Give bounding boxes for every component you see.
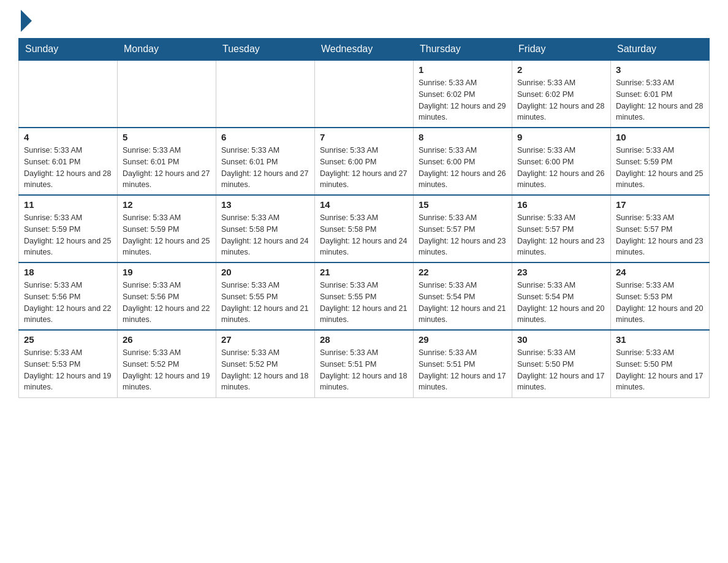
calendar-table: SundayMondayTuesdayWednesdayThursdayFrid… bbox=[18, 38, 710, 398]
calendar-day: 28Sunrise: 5:33 AM Sunset: 5:51 PM Dayli… bbox=[315, 330, 414, 397]
day-number: 26 bbox=[123, 334, 211, 345]
calendar-header-sunday: Sunday bbox=[19, 39, 118, 61]
day-info: Sunrise: 5:33 AM Sunset: 5:56 PM Dayligh… bbox=[123, 280, 211, 326]
day-number: 12 bbox=[123, 199, 211, 210]
calendar-day: 1Sunrise: 5:33 AM Sunset: 6:02 PM Daylig… bbox=[414, 60, 512, 128]
day-info: Sunrise: 5:33 AM Sunset: 5:54 PM Dayligh… bbox=[419, 280, 507, 326]
calendar-header-saturday: Saturday bbox=[611, 39, 710, 61]
calendar-day bbox=[19, 60, 118, 128]
calendar-day: 29Sunrise: 5:33 AM Sunset: 5:51 PM Dayli… bbox=[414, 330, 512, 397]
calendar-day: 6Sunrise: 5:33 AM Sunset: 6:01 PM Daylig… bbox=[216, 128, 315, 195]
day-info: Sunrise: 5:33 AM Sunset: 6:01 PM Dayligh… bbox=[24, 145, 112, 191]
day-info: Sunrise: 5:33 AM Sunset: 5:57 PM Dayligh… bbox=[616, 212, 704, 258]
day-number: 23 bbox=[517, 267, 605, 277]
day-number: 11 bbox=[24, 199, 112, 210]
calendar-week-2: 4Sunrise: 5:33 AM Sunset: 6:01 PM Daylig… bbox=[19, 128, 710, 195]
day-info: Sunrise: 5:33 AM Sunset: 5:55 PM Dayligh… bbox=[320, 280, 408, 326]
calendar-day: 3Sunrise: 5:33 AM Sunset: 6:01 PM Daylig… bbox=[611, 60, 710, 128]
calendar-day bbox=[315, 60, 414, 128]
calendar-day: 13Sunrise: 5:33 AM Sunset: 5:58 PM Dayli… bbox=[216, 195, 315, 262]
calendar-day: 16Sunrise: 5:33 AM Sunset: 5:57 PM Dayli… bbox=[512, 195, 611, 262]
day-number: 1 bbox=[419, 64, 507, 75]
calendar-day: 30Sunrise: 5:33 AM Sunset: 5:50 PM Dayli… bbox=[512, 330, 611, 397]
calendar-week-1: 1Sunrise: 5:33 AM Sunset: 6:02 PM Daylig… bbox=[19, 60, 710, 128]
logo-triangle-icon bbox=[21, 10, 32, 32]
day-info: Sunrise: 5:33 AM Sunset: 6:01 PM Dayligh… bbox=[221, 145, 309, 191]
day-number: 9 bbox=[517, 132, 605, 142]
day-number: 20 bbox=[221, 267, 309, 277]
calendar-day: 15Sunrise: 5:33 AM Sunset: 5:57 PM Dayli… bbox=[414, 195, 512, 262]
calendar-day: 31Sunrise: 5:33 AM Sunset: 5:50 PM Dayli… bbox=[611, 330, 710, 397]
day-info: Sunrise: 5:33 AM Sunset: 5:55 PM Dayligh… bbox=[221, 280, 309, 326]
calendar-day: 2Sunrise: 5:33 AM Sunset: 6:02 PM Daylig… bbox=[512, 60, 611, 128]
day-number: 31 bbox=[616, 334, 704, 345]
day-info: Sunrise: 5:33 AM Sunset: 5:50 PM Dayligh… bbox=[616, 347, 704, 393]
calendar-day: 4Sunrise: 5:33 AM Sunset: 6:01 PM Daylig… bbox=[19, 128, 118, 195]
calendar-day: 22Sunrise: 5:33 AM Sunset: 5:54 PM Dayli… bbox=[414, 262, 512, 330]
day-info: Sunrise: 5:33 AM Sunset: 5:57 PM Dayligh… bbox=[517, 212, 605, 258]
day-info: Sunrise: 5:33 AM Sunset: 5:51 PM Dayligh… bbox=[419, 347, 507, 393]
day-number: 8 bbox=[419, 132, 507, 142]
calendar-header-thursday: Thursday bbox=[414, 39, 512, 61]
calendar-week-5: 25Sunrise: 5:33 AM Sunset: 5:53 PM Dayli… bbox=[19, 330, 710, 397]
day-info: Sunrise: 5:33 AM Sunset: 5:58 PM Dayligh… bbox=[320, 212, 408, 258]
calendar-day: 25Sunrise: 5:33 AM Sunset: 5:53 PM Dayli… bbox=[19, 330, 118, 397]
day-number: 22 bbox=[419, 267, 507, 277]
calendar-header-row: SundayMondayTuesdayWednesdayThursdayFrid… bbox=[19, 39, 710, 61]
day-info: Sunrise: 5:33 AM Sunset: 5:52 PM Dayligh… bbox=[123, 347, 211, 393]
day-number: 19 bbox=[123, 267, 211, 277]
day-number: 3 bbox=[616, 64, 704, 75]
page-header bbox=[18, 12, 710, 32]
day-number: 5 bbox=[123, 132, 211, 142]
day-info: Sunrise: 5:33 AM Sunset: 6:02 PM Dayligh… bbox=[419, 77, 507, 123]
day-info: Sunrise: 5:33 AM Sunset: 5:53 PM Dayligh… bbox=[616, 280, 704, 326]
day-number: 18 bbox=[24, 267, 112, 277]
day-info: Sunrise: 5:33 AM Sunset: 5:53 PM Dayligh… bbox=[24, 347, 112, 393]
logo bbox=[18, 12, 32, 32]
calendar-day: 17Sunrise: 5:33 AM Sunset: 5:57 PM Dayli… bbox=[611, 195, 710, 262]
calendar-day: 18Sunrise: 5:33 AM Sunset: 5:56 PM Dayli… bbox=[19, 262, 118, 330]
day-number: 4 bbox=[24, 132, 112, 142]
calendar-day bbox=[118, 60, 216, 128]
calendar-week-3: 11Sunrise: 5:33 AM Sunset: 5:59 PM Dayli… bbox=[19, 195, 710, 262]
day-number: 27 bbox=[221, 334, 309, 345]
day-info: Sunrise: 5:33 AM Sunset: 6:01 PM Dayligh… bbox=[123, 145, 211, 191]
calendar-day: 11Sunrise: 5:33 AM Sunset: 5:59 PM Dayli… bbox=[19, 195, 118, 262]
day-number: 17 bbox=[616, 199, 704, 210]
day-number: 6 bbox=[221, 132, 309, 142]
calendar-header-tuesday: Tuesday bbox=[216, 39, 315, 61]
calendar-day: 26Sunrise: 5:33 AM Sunset: 5:52 PM Dayli… bbox=[118, 330, 216, 397]
day-number: 29 bbox=[419, 334, 507, 345]
day-number: 15 bbox=[419, 199, 507, 210]
day-info: Sunrise: 5:33 AM Sunset: 5:52 PM Dayligh… bbox=[221, 347, 309, 393]
day-info: Sunrise: 5:33 AM Sunset: 5:58 PM Dayligh… bbox=[221, 212, 309, 258]
calendar-day: 24Sunrise: 5:33 AM Sunset: 5:53 PM Dayli… bbox=[611, 262, 710, 330]
day-number: 21 bbox=[320, 267, 408, 277]
day-number: 10 bbox=[616, 132, 704, 142]
calendar-day: 14Sunrise: 5:33 AM Sunset: 5:58 PM Dayli… bbox=[315, 195, 414, 262]
day-number: 28 bbox=[320, 334, 408, 345]
day-info: Sunrise: 5:33 AM Sunset: 5:59 PM Dayligh… bbox=[616, 145, 704, 191]
calendar-week-4: 18Sunrise: 5:33 AM Sunset: 5:56 PM Dayli… bbox=[19, 262, 710, 330]
day-info: Sunrise: 5:33 AM Sunset: 5:59 PM Dayligh… bbox=[24, 212, 112, 258]
calendar-day: 23Sunrise: 5:33 AM Sunset: 5:54 PM Dayli… bbox=[512, 262, 611, 330]
calendar-day: 21Sunrise: 5:33 AM Sunset: 5:55 PM Dayli… bbox=[315, 262, 414, 330]
calendar-header-wednesday: Wednesday bbox=[315, 39, 414, 61]
calendar-day: 9Sunrise: 5:33 AM Sunset: 6:00 PM Daylig… bbox=[512, 128, 611, 195]
day-number: 24 bbox=[616, 267, 704, 277]
day-info: Sunrise: 5:33 AM Sunset: 6:01 PM Dayligh… bbox=[616, 77, 704, 123]
day-info: Sunrise: 5:33 AM Sunset: 6:00 PM Dayligh… bbox=[419, 145, 507, 191]
calendar-day bbox=[216, 60, 315, 128]
calendar-day: 10Sunrise: 5:33 AM Sunset: 5:59 PM Dayli… bbox=[611, 128, 710, 195]
day-info: Sunrise: 5:33 AM Sunset: 5:56 PM Dayligh… bbox=[24, 280, 112, 326]
calendar-header-monday: Monday bbox=[118, 39, 216, 61]
day-info: Sunrise: 5:33 AM Sunset: 5:51 PM Dayligh… bbox=[320, 347, 408, 393]
day-info: Sunrise: 5:33 AM Sunset: 5:54 PM Dayligh… bbox=[517, 280, 605, 326]
day-number: 14 bbox=[320, 199, 408, 210]
calendar-day: 5Sunrise: 5:33 AM Sunset: 6:01 PM Daylig… bbox=[118, 128, 216, 195]
day-info: Sunrise: 5:33 AM Sunset: 5:57 PM Dayligh… bbox=[419, 212, 507, 258]
calendar-day: 20Sunrise: 5:33 AM Sunset: 5:55 PM Dayli… bbox=[216, 262, 315, 330]
calendar-day: 7Sunrise: 5:33 AM Sunset: 6:00 PM Daylig… bbox=[315, 128, 414, 195]
calendar-day: 8Sunrise: 5:33 AM Sunset: 6:00 PM Daylig… bbox=[414, 128, 512, 195]
day-info: Sunrise: 5:33 AM Sunset: 5:50 PM Dayligh… bbox=[517, 347, 605, 393]
